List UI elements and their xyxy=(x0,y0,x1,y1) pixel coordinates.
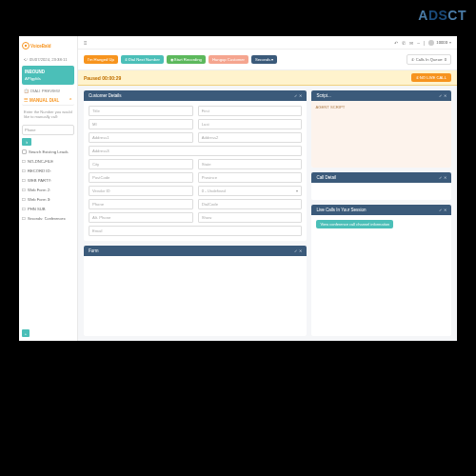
phone-icon[interactable]: ✆ xyxy=(402,40,406,46)
phone-field[interactable]: Phone xyxy=(89,199,193,209)
web-form3-row[interactable]: ☐Web Form 3: xyxy=(22,196,74,203)
minus-icon[interactable]: – xyxy=(417,40,420,46)
divider-icon: | xyxy=(424,40,425,46)
customer-details-header: Customer Details ⤢✕ xyxy=(84,90,307,101)
dial-go-button[interactable]: › xyxy=(22,138,31,146)
sidebar-date: ⏱05/07/2024, 23:38:11 xyxy=(22,56,74,63)
title-field[interactable]: Title xyxy=(89,106,193,116)
topbar-right: ↶ ✆ ✉ – | 10003 ▾ xyxy=(394,40,451,46)
expand-icon[interactable]: ⤢ xyxy=(439,208,442,212)
expand-icon[interactable]: ⤢ xyxy=(439,175,442,180)
province-field[interactable]: Province xyxy=(198,172,303,183)
dialcode-field[interactable]: DialCode xyxy=(198,199,303,209)
watermark: ADSCT xyxy=(418,8,466,23)
logo: VoiceBald xyxy=(22,40,74,51)
user-id: 10003 xyxy=(436,40,447,45)
postcode-field[interactable]: PostCode xyxy=(89,172,193,183)
app-window: VoiceBald ⏱05/07/2024, 23:38:11 INBOUND … xyxy=(19,36,457,341)
undefined-select[interactable]: 0 - Undefined▾ xyxy=(198,186,303,196)
plus-button[interactable]: + xyxy=(22,329,30,337)
inbound-sub: APIgyfds xyxy=(25,76,41,81)
search-leads-check[interactable]: Search Existing Leads xyxy=(22,149,74,155)
pause-bar: Paused 00:00:29 ✆ NO LIVE CALL xyxy=(78,70,457,86)
mi-field[interactable]: MI xyxy=(89,119,193,129)
close-icon[interactable]: ✕ xyxy=(299,93,302,98)
form-card: Form ⤢✕ xyxy=(84,246,307,336)
content: Customer Details ⤢✕ Title First MI Last … xyxy=(78,86,457,341)
sidebar-bottom: + xyxy=(22,329,74,337)
record-id-row[interactable]: ☐RECORD ID: xyxy=(22,168,74,174)
menu-icon[interactable]: ≡ xyxy=(84,40,88,46)
close-icon[interactable]: ✕ xyxy=(444,93,446,98)
addr1-field[interactable]: Address1 xyxy=(89,132,193,143)
back-icon[interactable]: ↶ xyxy=(394,40,398,46)
close-icon[interactable]: ✕ xyxy=(299,248,302,253)
phone-input[interactable]: Phone xyxy=(22,125,74,135)
expand-icon[interactable]: ⤢ xyxy=(294,93,297,98)
action-row: I'm Hanged Up ✆Dial Next Number ◉Start R… xyxy=(78,50,457,70)
chat-icon[interactable]: ✉ xyxy=(409,40,413,46)
topbar: ≡ ↶ ✆ ✉ – | 10003 ▾ xyxy=(78,36,457,50)
logo-text: VoiceBald xyxy=(30,44,50,49)
hangup-button[interactable]: I'm Hanged Up xyxy=(84,55,118,64)
user-menu[interactable]: 10003 ▾ xyxy=(428,40,451,46)
sidebar: VoiceBald ⏱05/07/2024, 23:38:11 INBOUND … xyxy=(19,36,78,341)
vendor-field[interactable]: Vendor ID xyxy=(89,186,193,196)
city-field[interactable]: City xyxy=(89,159,193,169)
logo-icon xyxy=(22,42,30,50)
left-column: Customer Details ⤢✕ Title First MI Last … xyxy=(84,90,307,336)
first-field[interactable]: First xyxy=(198,106,303,116)
addr2-field[interactable]: Address2 xyxy=(198,132,303,143)
start-recording-button[interactable]: ◉Start Recording xyxy=(167,55,206,64)
script-header: Script... ⤢✕ xyxy=(311,90,451,101)
web-party-row[interactable]: ☐WEB PARTY: xyxy=(22,177,74,184)
last-field[interactable]: Last xyxy=(198,119,303,129)
customer-details-card: Customer Details ⤢✕ Title First MI Last … xyxy=(84,90,307,241)
form-body xyxy=(84,256,307,336)
expand-icon[interactable]: ⤢ xyxy=(294,248,297,253)
seconds-conf-row: ☐Seconds:Conferences: xyxy=(22,215,74,222)
avatar xyxy=(428,40,434,46)
inbound-label: INBOUND xyxy=(25,69,45,74)
close-icon[interactable]: ✕ xyxy=(444,175,446,180)
expand-icon[interactable]: ⤢ xyxy=(439,93,442,98)
script-card: Script... ⤢✕ AGENT SCRIPT xyxy=(311,90,451,168)
call-detail-body xyxy=(311,183,451,200)
calls-in-queue: ✆ Calls In Queue: 0 xyxy=(407,54,451,65)
script-body: AGENT SCRIPT xyxy=(311,101,451,168)
topbar-left: ≡ xyxy=(84,40,88,46)
call-detail-header: Call Detail ⤢✕ xyxy=(311,172,451,183)
view-conference-pill[interactable]: View conference call channel information xyxy=(316,220,393,228)
seconds-dropdown[interactable]: Seconds▾ xyxy=(251,55,277,64)
dial-next-button[interactable]: ✆Dial Next Number xyxy=(121,55,164,64)
live-calls-body: View conference call channel information xyxy=(311,215,451,336)
inbound-tile[interactable]: INBOUND APIgyfds xyxy=(22,66,74,85)
dial-preview-row[interactable]: 📋DIALI PREVIEW xyxy=(22,88,74,94)
email-field[interactable]: Email xyxy=(89,226,302,236)
show-field[interactable]: Show xyxy=(198,212,303,223)
altphone-field[interactable]: Alt. Phone xyxy=(89,212,193,223)
phn-sub-row[interactable]: ☐PHN SUB xyxy=(22,206,74,212)
live-calls-card: Live Calls In Your Session ⤢✕ View confe… xyxy=(311,205,451,336)
hangup-customer-button[interactable]: Hangup Customer xyxy=(208,55,248,64)
state-field[interactable]: State xyxy=(198,159,303,169)
addr3-field[interactable]: Address3 xyxy=(89,146,302,156)
live-calls-header: Live Calls In Your Session ⤢✕ xyxy=(311,205,451,215)
no-dnc-row[interactable]: ☐NO-DNC-FILE xyxy=(22,158,74,165)
manual-dial-note: Enter the Number you would like to manua… xyxy=(22,109,74,122)
no-live-call-badge[interactable]: ✆ NO LIVE CALL xyxy=(411,73,451,82)
pause-status: Paused 00:00:29 xyxy=(84,75,121,81)
call-detail-card: Call Detail ⤢✕ xyxy=(311,172,451,200)
close-icon[interactable]: ✕ xyxy=(444,208,446,212)
chevron-down-icon: ▾ xyxy=(449,40,451,45)
form-header: Form ⤢✕ xyxy=(84,246,307,256)
right-column: Script... ⤢✕ AGENT SCRIPT Call Detail ⤢✕… xyxy=(311,90,451,336)
web-form2-row[interactable]: ☐Web Form 2: xyxy=(22,187,74,193)
main-area: ≡ ↶ ✆ ✉ – | 10003 ▾ I'm Hanged Up ✆Dial … xyxy=(78,36,457,341)
customer-details-body: Title First MI Last Address1 Address2 Ad… xyxy=(84,101,307,241)
manual-dial-header: ☰MANUAL DIAL⌃ xyxy=(22,97,74,106)
